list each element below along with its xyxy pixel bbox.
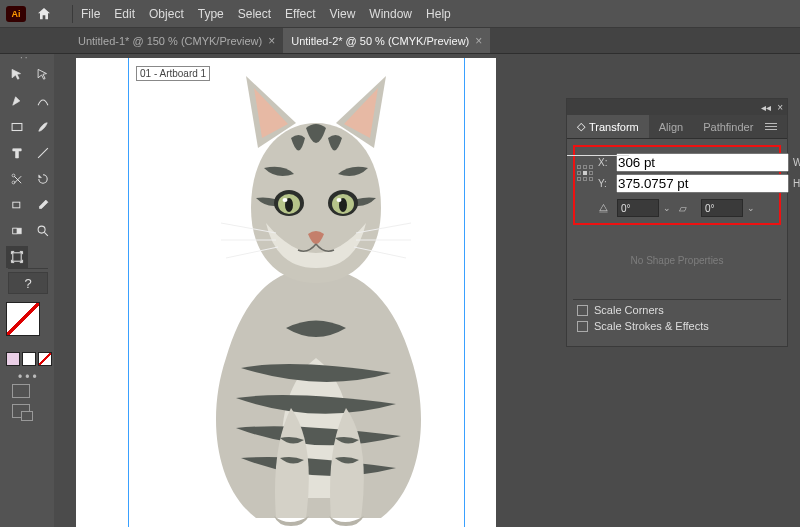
scissors-tool[interactable] bbox=[6, 168, 28, 190]
chevron-down-icon[interactable]: ⌄ bbox=[747, 203, 759, 213]
canvas[interactable]: 01 - Artboard 1 bbox=[54, 54, 800, 527]
app-icon: Ai bbox=[6, 6, 26, 22]
menu-edit[interactable]: Edit bbox=[114, 7, 135, 21]
home-button[interactable] bbox=[34, 4, 54, 24]
svg-point-15 bbox=[337, 198, 342, 202]
menu-select[interactable]: Select bbox=[238, 7, 271, 21]
svg-rect-5 bbox=[13, 228, 17, 234]
fill-swatch[interactable] bbox=[6, 302, 40, 336]
paintbrush-tool[interactable] bbox=[32, 116, 54, 138]
tab-label: Untitled-1* @ 150 % (CMYK/Preview) bbox=[78, 35, 262, 47]
color-mode-gradient[interactable] bbox=[22, 352, 36, 366]
selection-tool[interactable] bbox=[6, 64, 28, 86]
menu-effect[interactable]: Effect bbox=[285, 7, 315, 21]
panel-tabs: ◇Transform Align Pathfinder bbox=[567, 115, 787, 139]
curvature-tool[interactable] bbox=[32, 90, 54, 112]
h-label: H: bbox=[793, 178, 800, 189]
rotate-input[interactable] bbox=[617, 199, 659, 217]
rotate-icon: ⧋ bbox=[599, 202, 613, 214]
menu-object[interactable]: Object bbox=[149, 7, 184, 21]
x-input[interactable] bbox=[616, 153, 789, 172]
scale-strokes-option[interactable]: Scale Strokes & Effects bbox=[577, 320, 781, 332]
color-mode-none[interactable] bbox=[38, 352, 52, 366]
panel-collapse-icon[interactable]: ◂◂ bbox=[761, 102, 771, 113]
unknown-glyph-box[interactable]: ? bbox=[8, 272, 48, 294]
panel-close-icon[interactable]: × bbox=[777, 102, 783, 113]
svg-rect-3 bbox=[13, 202, 20, 208]
svg-point-1 bbox=[12, 174, 15, 177]
toolbox-grip[interactable]: ·· bbox=[20, 52, 30, 63]
document-tabs: Untitled-1* @ 150 % (CMYK/Preview) × Unt… bbox=[0, 28, 800, 54]
shear-icon: ▱ bbox=[679, 203, 697, 214]
menu-file[interactable]: File bbox=[81, 7, 100, 21]
gradient-tool[interactable] bbox=[6, 220, 28, 242]
line-tool[interactable] bbox=[32, 142, 54, 164]
svg-point-14 bbox=[283, 198, 288, 202]
close-icon[interactable]: × bbox=[268, 34, 275, 48]
scale-corners-label: Scale Corners bbox=[594, 304, 664, 316]
transform-values-highlight: X: W: Y: H: bbox=[573, 145, 781, 225]
menu-help[interactable]: Help bbox=[426, 7, 451, 21]
menu-window[interactable]: Window bbox=[369, 7, 412, 21]
checkbox-icon[interactable] bbox=[577, 305, 588, 316]
tab-label: Untitled-2* @ 50 % (CMYK/Preview) bbox=[291, 35, 469, 47]
direct-selection-tool[interactable] bbox=[32, 64, 54, 86]
menu-type[interactable]: Type bbox=[198, 7, 224, 21]
scale-corners-option[interactable]: Scale Corners bbox=[577, 304, 781, 316]
w-label: W: bbox=[793, 157, 800, 168]
shape-builder-tool[interactable] bbox=[6, 194, 28, 216]
rotate-tool[interactable] bbox=[32, 168, 54, 190]
toolbox-more-icon[interactable]: ••• bbox=[18, 370, 40, 384]
close-icon[interactable]: × bbox=[475, 34, 482, 48]
svg-rect-0 bbox=[12, 124, 22, 131]
panel-header: ◂◂ × bbox=[567, 99, 787, 115]
menu-bar: Ai File Edit Object Type Select Effect V… bbox=[0, 0, 800, 28]
toolbox: ·· ? ••• bbox=[0, 54, 54, 527]
checkbox-icon[interactable] bbox=[577, 321, 588, 332]
guide-line bbox=[128, 58, 129, 527]
tab-doc-1[interactable]: Untitled-1* @ 150 % (CMYK/Preview) × bbox=[70, 28, 283, 53]
main-menu: File Edit Object Type Select Effect View… bbox=[81, 0, 451, 27]
y-label: Y: bbox=[598, 178, 612, 189]
pen-tool[interactable] bbox=[6, 90, 28, 112]
screen-mode-full-icon[interactable] bbox=[12, 404, 30, 418]
tab-pathfinder[interactable]: Pathfinder bbox=[693, 115, 763, 138]
artboard-tool[interactable] bbox=[6, 246, 28, 268]
color-mode-color[interactable] bbox=[6, 352, 20, 366]
color-mode-row bbox=[6, 352, 52, 366]
svg-rect-7 bbox=[13, 253, 21, 261]
scale-strokes-label: Scale Strokes & Effects bbox=[594, 320, 709, 332]
zoom-tool[interactable] bbox=[32, 220, 54, 242]
menu-view[interactable]: View bbox=[330, 7, 356, 21]
artboard[interactable]: 01 - Artboard 1 bbox=[76, 58, 496, 527]
x-label: X: bbox=[598, 157, 612, 168]
eyedropper-tool[interactable] bbox=[32, 194, 54, 216]
rectangle-tool[interactable] bbox=[6, 116, 28, 138]
tab-align[interactable]: Align bbox=[649, 115, 693, 138]
panel-menu-icon[interactable] bbox=[765, 118, 783, 136]
artwork-cat[interactable] bbox=[156, 58, 476, 527]
reference-point-selector[interactable] bbox=[577, 158, 594, 188]
screen-mode-normal-icon[interactable] bbox=[12, 384, 30, 398]
tab-doc-2[interactable]: Untitled-2* @ 50 % (CMYK/Preview) × bbox=[283, 28, 490, 53]
chevron-down-icon[interactable]: ⌄ bbox=[663, 203, 675, 213]
no-shape-properties-label: No Shape Properties bbox=[573, 225, 781, 295]
y-input[interactable] bbox=[616, 174, 789, 193]
shear-input[interactable] bbox=[701, 199, 743, 217]
svg-point-6 bbox=[38, 226, 45, 233]
transform-panel: ◂◂ × ◇Transform Align Pathfinder bbox=[566, 98, 788, 347]
type-tool[interactable] bbox=[6, 142, 28, 164]
tab-transform[interactable]: ◇Transform bbox=[567, 115, 649, 138]
